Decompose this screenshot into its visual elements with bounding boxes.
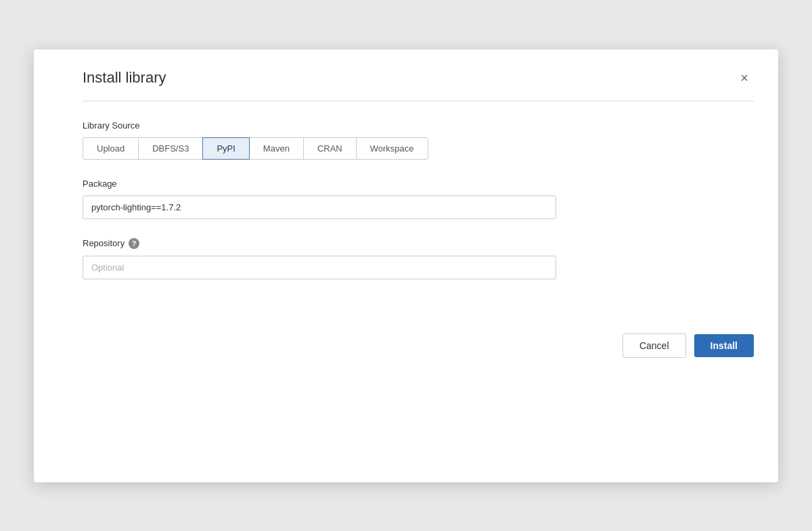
source-tabs: Upload DBFS/S3 PyPI Maven CRAN Workspace xyxy=(83,137,754,160)
dialog-footer: Cancel Install xyxy=(34,317,778,379)
tab-workspace[interactable]: Workspace xyxy=(356,137,428,160)
tab-pypi[interactable]: PyPI xyxy=(202,137,249,160)
library-source-label: Library Source xyxy=(83,120,754,131)
tab-dbfs-s3[interactable]: DBFS/S3 xyxy=(138,137,203,160)
dialog-title: Install library xyxy=(83,69,166,87)
repository-group: Repository ? xyxy=(83,238,754,279)
repository-label: Repository ? xyxy=(83,238,754,249)
package-label: Package xyxy=(83,179,754,189)
dialog-header: Install library × xyxy=(34,49,778,101)
install-library-dialog: Install library × Library Source Upload … xyxy=(34,49,778,482)
package-input[interactable] xyxy=(83,195,556,219)
cancel-button[interactable]: Cancel xyxy=(623,333,686,358)
dialog-body: Library Source Upload DBFS/S3 PyPI Maven… xyxy=(34,101,778,317)
library-source-group: Library Source Upload DBFS/S3 PyPI Maven… xyxy=(83,120,754,160)
repository-input[interactable] xyxy=(83,256,556,279)
close-button[interactable]: × xyxy=(735,68,754,87)
package-group: Package xyxy=(83,179,754,219)
repository-help-icon[interactable]: ? xyxy=(129,238,139,249)
tab-upload[interactable]: Upload xyxy=(83,137,139,160)
tab-cran[interactable]: CRAN xyxy=(303,137,357,160)
install-button[interactable]: Install xyxy=(694,334,754,357)
tab-maven[interactable]: Maven xyxy=(249,137,304,160)
